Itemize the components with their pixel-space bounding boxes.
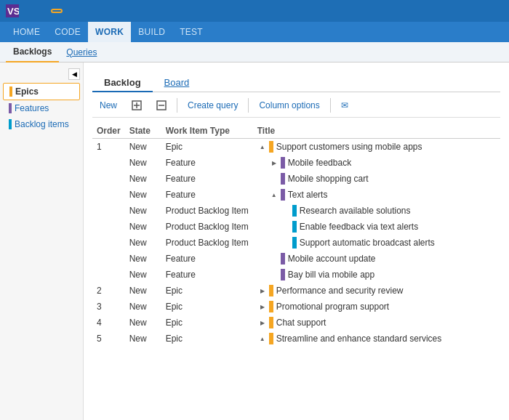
cell-state: New	[125, 267, 161, 283]
nav-code[interactable]: CODE	[47, 22, 88, 42]
sub-nav: Backlogs Queries	[0, 42, 509, 62]
collapse-icon	[156, 100, 167, 110]
tab-board[interactable]: Board	[153, 74, 201, 92]
table-row[interactable]: 3 New Epic ▶ Promotional program support	[92, 299, 500, 315]
table-row[interactable]: 1 New Epic ▲ Support customers using mob…	[92, 139, 500, 156]
sidebar-features-label: Features	[15, 103, 74, 113]
cell-title[interactable]: ▲ Text alerts	[253, 187, 500, 203]
item-color-bar	[269, 317, 273, 328]
cell-type: Feature	[161, 251, 253, 267]
cell-type: Feature	[161, 187, 253, 203]
cell-order: 4	[92, 315, 125, 331]
item-title: Text alerts	[288, 190, 328, 200]
nav-build[interactable]: BUILD	[131, 22, 172, 42]
cell-order: 5	[92, 331, 125, 347]
expand-collapse-btn	[281, 206, 291, 216]
table-row[interactable]: New Feature ▶ Mobile feedback	[92, 155, 500, 171]
toolbar-sep3	[330, 98, 331, 113]
sidebar-item-epics[interactable]: Epics	[3, 83, 80, 100]
cell-state: New	[125, 283, 161, 299]
table-row[interactable]: 4 New Epic ▶ Chat support	[92, 315, 500, 331]
cell-type: Feature	[161, 267, 253, 283]
cell-order: 3	[92, 299, 125, 315]
features-indicator	[9, 103, 12, 113]
expand-all-button[interactable]	[124, 98, 149, 113]
item-color-bar	[281, 157, 285, 169]
sidebar: ◀ Epics Features Backlog items	[0, 62, 84, 420]
cell-state: New	[125, 235, 161, 251]
cell-title[interactable]: Mobile account update	[253, 251, 500, 267]
expand-collapse-btn	[269, 174, 279, 184]
mail-icon: ✉	[341, 100, 348, 110]
sidebar-backlog-items-label: Backlog items	[15, 119, 74, 129]
column-options-button[interactable]: Column options	[252, 98, 326, 113]
nav-work[interactable]: WORK	[88, 22, 131, 42]
cell-title[interactable]: Research available solutions	[253, 203, 500, 219]
table-row[interactable]: New Product Backlog Item Support automat…	[92, 235, 500, 251]
cell-title[interactable]: ▲ Support customers using mobile apps	[253, 139, 500, 156]
subnav-backlogs[interactable]: Backlogs	[6, 42, 59, 62]
item-color-bar	[281, 173, 285, 185]
nav-test[interactable]: TEST	[172, 22, 210, 42]
cell-order	[92, 235, 125, 251]
cell-order	[92, 219, 125, 235]
cell-title[interactable]: Support automatic broadcast alerts	[253, 235, 500, 251]
cell-title[interactable]: ▶ Mobile feedback	[253, 155, 500, 171]
mail-button[interactable]: ✉	[334, 98, 356, 113]
cell-title[interactable]: Bay bill via mobile app	[253, 267, 500, 283]
cell-type: Feature	[161, 155, 253, 171]
sidebar-collapse-btn[interactable]: ◀	[68, 68, 80, 80]
item-title: Streamline and enhance standard services	[276, 334, 441, 344]
sidebar-item-features[interactable]: Features	[3, 100, 80, 116]
item-color-bar	[292, 221, 297, 233]
expand-collapse-btn[interactable]: ▲	[257, 142, 268, 152]
item-color-bar	[281, 253, 285, 264]
current-page	[51, 9, 63, 13]
nav-home[interactable]: HOME	[6, 22, 47, 42]
expand-collapse-btn[interactable]: ▶	[269, 158, 279, 168]
table-row[interactable]: New Feature Mobile account update	[92, 251, 500, 267]
cell-order	[92, 171, 125, 187]
tab-backlog[interactable]: Backlog	[92, 74, 153, 92]
table-row[interactable]: 2 New Epic ▶ Performance and security re…	[92, 283, 500, 299]
table-row[interactable]: New Product Backlog Item Enable feedback…	[92, 219, 500, 235]
expand-collapse-btn[interactable]: ▲	[257, 334, 268, 344]
item-title: Bay bill via mobile app	[288, 270, 374, 280]
cell-type: Product Backlog Item	[161, 235, 253, 251]
cell-state: New	[125, 139, 161, 156]
expand-collapse-btn[interactable]: ▶	[257, 302, 268, 312]
table-row[interactable]: New Product Backlog Item Research availa…	[92, 203, 500, 219]
table-row[interactable]: New Feature Bay bill via mobile app	[92, 267, 500, 283]
collapse-all-button[interactable]	[149, 98, 174, 113]
expand-collapse-btn[interactable]: ▶	[257, 318, 268, 328]
table-row[interactable]: New Feature Mobile shopping cart	[92, 171, 500, 187]
expand-collapse-btn	[269, 254, 279, 264]
cell-state: New	[125, 315, 161, 331]
expand-collapse-btn	[281, 222, 291, 232]
cell-title[interactable]: ▶ Chat support	[253, 315, 500, 331]
new-button[interactable]: New	[92, 98, 124, 113]
cell-type: Epic	[161, 139, 253, 156]
cell-state: New	[125, 187, 161, 203]
cell-title[interactable]: Enable feedback via text alerts	[253, 219, 500, 235]
backlog-items-indicator	[9, 119, 12, 129]
subnav-queries[interactable]: Queries	[59, 42, 104, 62]
create-query-button[interactable]: Create query	[180, 98, 245, 113]
cell-state: New	[125, 171, 161, 187]
expand-collapse-btn[interactable]: ▶	[257, 286, 268, 296]
cell-title[interactable]: ▲ Streamline and enhance standard servic…	[253, 331, 500, 347]
epics-indicator	[9, 86, 12, 97]
table-row[interactable]: New Feature ▲ Text alerts	[92, 187, 500, 203]
item-title: Enable feedback via text alerts	[300, 222, 418, 232]
cell-state: New	[125, 251, 161, 267]
cell-type: Epic	[161, 299, 253, 315]
toolbar-sep1	[177, 98, 177, 113]
cell-title[interactable]: Mobile shopping cart	[253, 171, 500, 187]
sidebar-item-backlog-items[interactable]: Backlog items	[3, 116, 80, 132]
item-title: Support automatic broadcast alerts	[300, 238, 435, 248]
cell-title[interactable]: ▶ Performance and security review	[253, 283, 500, 299]
item-color-bar	[281, 189, 285, 201]
cell-title[interactable]: ▶ Promotional program support	[253, 299, 500, 315]
table-row[interactable]: 5 New Epic ▲ Streamline and enhance stan…	[92, 331, 500, 347]
expand-collapse-btn[interactable]: ▲	[269, 190, 279, 200]
